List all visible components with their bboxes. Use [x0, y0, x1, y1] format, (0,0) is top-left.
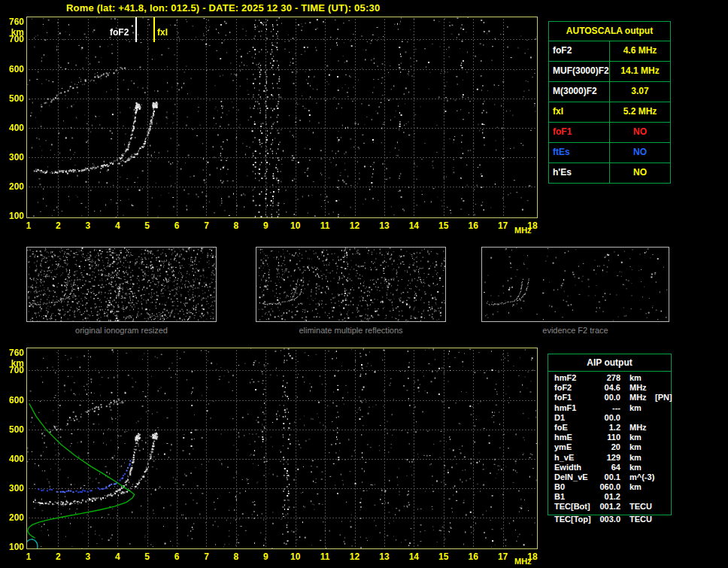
aip-extra — [652, 383, 671, 393]
x-axis-unit: MHz — [514, 226, 532, 235]
ionogram-profile-canvas — [27, 348, 537, 548]
autoscala-param-value: NO — [610, 143, 670, 163]
aip-extra — [652, 463, 671, 472]
aip-value: --- — [598, 403, 620, 413]
autoscala-param-value: 5.2 MHz — [610, 102, 670, 122]
y-tick-label: 200 — [3, 182, 24, 192]
aip-value: 04.6 — [598, 383, 620, 393]
x-tick-label: 14 — [404, 552, 423, 562]
aip-row: TEC[Top]003.0TECU — [548, 515, 671, 524]
aip-extra — [652, 482, 671, 492]
autoscala-param-value: 4.6 MHz — [610, 41, 670, 61]
x-axis-unit: MHz — [514, 557, 532, 566]
autoscala-row: MUF(3000)F214.1 MHz — [549, 61, 670, 81]
x-tick-label: 17 — [493, 221, 513, 231]
thumbnail-canvas — [482, 248, 669, 321]
aip-value: 20 — [598, 442, 620, 452]
aip-extra — [652, 472, 671, 482]
aip-table: AIP output hmF2278kmfoF204.6MHzfoF100.0M… — [548, 354, 672, 515]
fxi-marker-label: fxI — [157, 28, 168, 38]
ionogram-scaled-panel: foF2fxI — [26, 17, 538, 218]
aip-row: B101.2 — [548, 492, 671, 502]
page-title: Rome (lat: +41.8, lon: 012.5) - DATE: 20… — [66, 2, 380, 14]
x-tick-label: 16 — [463, 552, 483, 562]
aip-name: h_vE — [554, 453, 598, 463]
fof2-marker-label: foF2 — [110, 28, 129, 38]
aip-name: B1 — [554, 492, 598, 502]
aip-unit: km — [620, 403, 652, 413]
aip-name: ymE — [554, 442, 598, 452]
aip-extra — [652, 373, 671, 383]
autoscala-param-name: h'Es — [549, 163, 610, 183]
aip-unit — [620, 413, 652, 423]
autoscala-table-header: AUTOSCALA output — [549, 22, 670, 41]
x-tick-label: 11 — [315, 552, 335, 562]
aip-table-header: AIP output — [548, 354, 671, 372]
aip-unit: TECU — [620, 515, 652, 524]
aip-value: 110 — [598, 433, 620, 442]
x-tick-label: 4 — [108, 221, 127, 231]
y-tick-label: 400 — [3, 454, 24, 464]
aip-unit: km — [620, 453, 652, 463]
aip-row: D100.0 — [548, 413, 671, 423]
y-tick-label: 600 — [3, 396, 24, 405]
thumbnail-caption: eliminate multiple reflections — [256, 326, 446, 336]
x-tick-label: 2 — [48, 221, 68, 231]
autoscala-param-name: fxI — [549, 102, 610, 122]
aip-unit: MHz — [620, 393, 652, 402]
aip-extra — [652, 502, 671, 512]
thumbnail-caption: original ionogram resized — [26, 326, 217, 336]
aip-value: 278 — [598, 373, 620, 383]
aip-value: 129 — [598, 453, 620, 463]
y-tick-label: 500 — [3, 94, 24, 104]
aip-value: 060.0 — [598, 482, 620, 492]
aip-value: 00.1 — [598, 472, 620, 482]
aip-row: Ewidth64km — [548, 463, 671, 472]
x-tick-label: 10 — [286, 552, 305, 562]
thumbnail-caption: evidence F2 trace — [481, 326, 669, 336]
aip-row: foF204.6MHz — [548, 383, 671, 393]
aip-name: D1 — [554, 413, 598, 423]
x-tick-label: 16 — [463, 221, 483, 231]
aip-unit: TECU — [620, 502, 652, 512]
x-tick-label: 9 — [256, 552, 275, 562]
aip-row: hmE110km — [548, 433, 671, 442]
aip-name: foF2 — [554, 383, 598, 393]
autoscala-table-body: foF24.6 MHzMUF(3000)F214.1 MHzM(3000)F23… — [549, 41, 670, 183]
x-tick-label: 7 — [196, 552, 216, 562]
aip-unit: km — [620, 442, 652, 452]
x-tick-label: 6 — [167, 221, 187, 231]
aip-value: 1.2 — [598, 423, 620, 433]
x-tick-label: 1 — [19, 552, 38, 562]
autoscala-param-name: MUF(3000)F2 — [549, 62, 610, 81]
autoscala-param-value: 3.07 — [610, 82, 670, 102]
aip-value: 001.2 — [598, 502, 620, 512]
y-tick-label: 500 — [3, 425, 24, 435]
autoscala-row: M(3000)F23.07 — [549, 81, 670, 102]
aip-name: hmE — [554, 433, 598, 442]
thumbnail-1 — [26, 247, 217, 322]
aip-row: DelN_vE00.1m^(-3) — [548, 472, 671, 482]
aip-name: foE — [554, 423, 598, 433]
autoscala-param-name: ftEs — [549, 143, 610, 163]
aip-value: 00.0 — [598, 413, 620, 423]
aip-footer-row: TEC[Top]003.0TECU — [548, 515, 671, 524]
autoscala-param-value: NO — [610, 123, 670, 142]
aip-unit: km — [620, 463, 652, 472]
aip-name: DelN_vE — [554, 472, 598, 482]
aip-extra — [652, 442, 671, 452]
fof2-marker-line — [135, 17, 137, 42]
x-tick-label: 10 — [286, 221, 305, 231]
y-tick-label: 100 — [3, 211, 24, 221]
aip-value: 01.2 — [598, 492, 620, 502]
aip-name: hmF2 — [554, 373, 598, 383]
autoscala-row: fxI5.2 MHz — [549, 102, 670, 122]
thumbnail-canvas — [27, 248, 216, 321]
y-tick-label: 760 — [3, 348, 24, 358]
aip-row: foE1.2MHz — [548, 423, 671, 433]
aip-unit: km — [620, 373, 652, 383]
aip-name: B0 — [554, 482, 598, 492]
x-tick-label: 15 — [434, 221, 453, 231]
x-tick-label: 2 — [48, 552, 68, 562]
aip-extra — [652, 423, 671, 433]
